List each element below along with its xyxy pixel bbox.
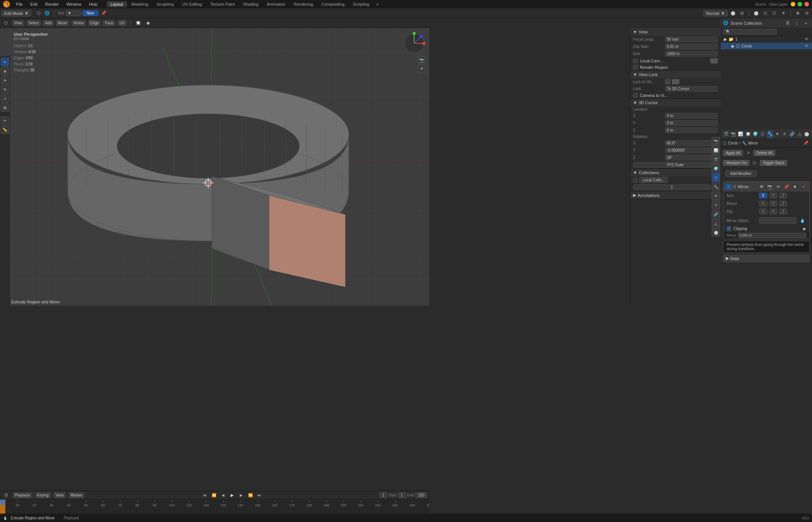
axis-x-btn[interactable]: X [759, 193, 767, 198]
mirror-pin-icon[interactable]: 📌 [783, 183, 790, 190]
wire-shading-btn[interactable]: ◻ [761, 10, 769, 17]
overlay-icon[interactable]: ⬤ [729, 10, 737, 17]
annotate-tool-btn[interactable]: ✏ [1, 116, 9, 125]
mirror-edit-icon[interactable]: ✏ [774, 183, 782, 190]
mirror-close-icon[interactable]: ✕ [799, 183, 807, 190]
view-menu-timeline[interactable]: View [54, 492, 66, 498]
xray-icon[interactable]: ◎ [738, 10, 746, 17]
prev-frame-btn[interactable]: ◀ [220, 492, 226, 498]
vertex-menu[interactable]: Vertex [71, 20, 86, 26]
render-shading-btn[interactable]: ☀ [780, 10, 787, 17]
tab-shading[interactable]: Shading [239, 1, 262, 7]
object-btn[interactable]: ⬡ [35, 10, 43, 17]
tab-animation[interactable]: Animation [263, 1, 289, 7]
measure-tool-btn[interactable]: 📏 [1, 125, 9, 134]
outliner-search-input[interactable] [723, 29, 777, 35]
modifier-tab[interactable]: 🔧 [712, 182, 720, 191]
normal-dropdown[interactable]: Normal ▼ [703, 10, 728, 16]
physics-tab[interactable]: ⚛ [712, 201, 720, 209]
particles-icon[interactable]: ✦ [774, 130, 780, 138]
prev-keyframe-btn[interactable]: ⏪ [211, 492, 217, 498]
blender-logo[interactable]: 🐧 [3, 1, 10, 8]
proportional-edit-icon[interactable]: ◉ [144, 19, 152, 27]
viewport-gizmo[interactable]: X Y Z [403, 32, 426, 55]
tab-layout[interactable]: Layout [107, 1, 127, 7]
clipping-checkbox[interactable] [727, 226, 731, 231]
current-frame-input[interactable]: 1 [380, 492, 387, 498]
local-colle-checkbox[interactable] [633, 178, 638, 182]
collections-header[interactable]: ▼ Collections [630, 169, 721, 176]
close-btn[interactable] [804, 2, 809, 6]
data-tab[interactable]: △ [712, 219, 720, 227]
cursor-z-value[interactable]: 0 m [665, 127, 718, 133]
flip-z-btn[interactable]: Z [779, 209, 787, 214]
circle-eye-toggle[interactable]: 👁 [804, 43, 809, 49]
viewport-camera-btn[interactable]: 📷 [418, 56, 426, 64]
scene-world-icon[interactable]: 🌍 [752, 130, 758, 138]
add-modifier-btn[interactable]: Add Modifier [725, 170, 757, 177]
menu-help[interactable]: Help [87, 1, 99, 7]
menu-render[interactable]: Render [44, 1, 60, 7]
select-tool-btn[interactable]: ↖ [1, 58, 9, 66]
pin-icon[interactable]: 📌 [100, 10, 108, 17]
tab-texture-paint[interactable]: Texture Paint [206, 1, 238, 7]
camera-vi-checkbox[interactable] [633, 93, 638, 98]
cursor-x-value[interactable]: 0 m [665, 113, 718, 119]
delete-all-btn[interactable]: Delete All [753, 150, 775, 156]
tab-rendering[interactable]: Rendering [290, 1, 317, 7]
clipping-merge-value[interactable]: 0.001 m [738, 233, 806, 238]
clipping-expand-icon[interactable]: ▶ [803, 227, 806, 231]
constraints-icon[interactable]: 🔗 [789, 130, 795, 138]
cursor-tool-btn[interactable]: ⊕ [1, 67, 9, 75]
edit-mode-dropdown[interactable]: Edit Mode ▼ [2, 10, 31, 16]
mirror-vis-icon[interactable]: 👁 [758, 183, 765, 190]
play-btn[interactable]: ▶ [229, 492, 235, 498]
tab-compositing[interactable]: Compositing [318, 1, 348, 7]
scene-props-icon[interactable]: 🎬 [723, 130, 729, 138]
tab-modeling[interactable]: Modeling [128, 1, 152, 7]
view-section-header[interactable]: ▼ View [630, 28, 721, 36]
marker-menu[interactable]: Marker [69, 492, 84, 498]
scene-tab[interactable]: 🎬 [712, 155, 720, 163]
viewport-overlays-btn[interactable]: ⊙ [803, 10, 810, 17]
maximize-btn[interactable] [798, 2, 802, 6]
move-tool-btn[interactable]: ✛ [1, 76, 9, 84]
outliner-collection-1[interactable]: ▶ 📁 1 👁 [721, 36, 812, 43]
object-props-icon[interactable]: ⬡ [760, 130, 766, 138]
axis-z-btn[interactable]: Z [779, 193, 787, 198]
local-cam-color-picker[interactable] [710, 58, 718, 63]
rotate-tool-btn[interactable]: ↻ [1, 85, 9, 94]
add-menu[interactable]: Add [43, 20, 54, 26]
next-keyframe-btn[interactable]: ⏩ [247, 492, 253, 498]
euler-mode-value[interactable]: XYZ Euler [633, 162, 718, 168]
outliner-filter-icon[interactable]: ☰ [784, 19, 791, 27]
add-tab-btn[interactable]: + [374, 0, 381, 8]
start-frame-input[interactable]: 1 [398, 492, 406, 498]
output-props-icon[interactable]: 📊 [738, 130, 744, 138]
apply-all-btn[interactable]: Apply All [723, 150, 743, 156]
viewport-vis-icon[interactable]: ⬡ [751, 159, 758, 167]
lock-ob-picker[interactable] [672, 79, 679, 84]
menu-file[interactable]: File [14, 1, 24, 7]
jump-start-btn[interactable]: ⏮ [202, 492, 208, 498]
mesh-menu[interactable]: Mesh [56, 20, 69, 26]
outliner-new-icon[interactable]: + [802, 19, 810, 27]
tab-uv-editing[interactable]: UV Editing [178, 1, 206, 7]
local-cam-checkbox[interactable] [633, 59, 638, 63]
flip-x-btn[interactable]: X [759, 209, 767, 214]
uv-menu[interactable]: UV [118, 20, 127, 26]
flip-y-btn[interactable]: Y [769, 209, 777, 214]
data-section-header[interactable]: ▶ Data [723, 255, 809, 262]
global-local-btn[interactable]: 🌐 [43, 10, 51, 17]
timeline-icon[interactable]: ⏱ [2, 492, 10, 499]
object-tab[interactable]: ⬡ [712, 173, 720, 182]
bisect-z-btn[interactable]: Z [779, 201, 787, 206]
material-shading-btn[interactable]: ⬡ [771, 10, 778, 17]
minimize-btn[interactable] [791, 2, 795, 6]
slot-dropdown[interactable]: ▼ [66, 10, 81, 16]
next-frame-btn[interactable]: ▶ [238, 492, 244, 498]
cursor-rz-value[interactable]: 26° [665, 155, 718, 160]
mirror-enabled-checkbox[interactable] [726, 184, 731, 189]
render-props-icon[interactable]: 📷 [730, 130, 736, 138]
material-tab[interactable]: ⬤ [712, 228, 720, 236]
